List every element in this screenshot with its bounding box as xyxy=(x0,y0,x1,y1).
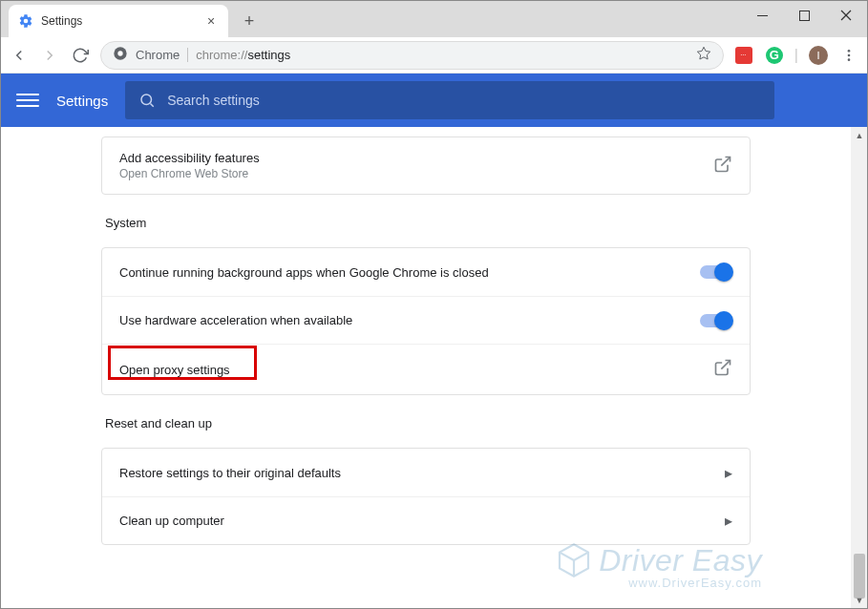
svg-point-5 xyxy=(117,51,122,55)
omnibox-url: chrome://settings xyxy=(196,48,688,62)
reset-section-title: Reset and clean up xyxy=(105,416,747,430)
new-tab-button[interactable]: + xyxy=(236,8,263,34)
proxy-settings-row[interactable]: Open proxy settings xyxy=(102,344,750,394)
tab-title: Settings xyxy=(41,14,196,28)
star-icon[interactable] xyxy=(696,46,711,65)
hardware-accel-toggle[interactable] xyxy=(700,314,732,327)
restore-defaults-row[interactable]: Restore settings to their original defau… xyxy=(102,449,750,496)
menu-button[interactable] xyxy=(838,45,859,66)
chrome-icon xyxy=(113,46,128,65)
settings-search[interactable] xyxy=(125,81,774,119)
scrollbar[interactable]: ▲ ▼ xyxy=(851,127,867,608)
back-button[interactable] xyxy=(9,45,30,66)
reset-card: Restore settings to their original defau… xyxy=(101,448,751,545)
browser-toolbar: Chrome chrome://settings ••• G | I xyxy=(1,37,867,74)
external-link-icon xyxy=(713,155,732,178)
background-apps-row[interactable]: Continue running background apps when Go… xyxy=(102,248,750,296)
hamburger-menu-icon[interactable] xyxy=(16,94,39,107)
svg-line-12 xyxy=(721,157,730,165)
accessibility-card: Add accessibility features Open Chrome W… xyxy=(101,136,751,195)
window-titlebar: Settings × + xyxy=(1,1,867,37)
profile-avatar[interactable]: I xyxy=(808,45,829,66)
browser-tab[interactable]: Settings × xyxy=(9,5,228,37)
svg-point-10 xyxy=(141,94,152,105)
maximize-button[interactable] xyxy=(783,1,825,30)
chevron-right-icon: ▸ xyxy=(725,512,732,530)
svg-line-11 xyxy=(151,103,154,106)
close-window-button[interactable] xyxy=(825,1,867,30)
external-link-icon xyxy=(713,358,732,381)
minimize-button[interactable] xyxy=(741,1,783,30)
svg-point-9 xyxy=(848,58,851,61)
forward-button[interactable] xyxy=(39,45,60,66)
reload-button[interactable] xyxy=(70,45,91,66)
system-card: Continue running background apps when Go… xyxy=(101,247,751,395)
settings-title: Settings xyxy=(56,93,108,109)
svg-rect-1 xyxy=(799,10,809,20)
settings-search-input[interactable] xyxy=(167,93,761,108)
accessibility-subtitle: Open Chrome Web Store xyxy=(119,167,713,180)
cleanup-computer-row[interactable]: Clean up computer ▸ xyxy=(102,496,750,544)
svg-rect-0 xyxy=(757,15,768,16)
scroll-up-arrow[interactable]: ▲ xyxy=(852,127,867,143)
system-section-title: System xyxy=(105,216,747,230)
settings-main: Add accessibility features Open Chrome W… xyxy=(1,127,851,608)
extension-lastpass-icon[interactable]: ••• xyxy=(733,45,754,66)
extension-grammarly-icon[interactable]: G xyxy=(764,45,785,66)
scroll-down-arrow[interactable]: ▼ xyxy=(852,592,867,608)
settings-header: Settings xyxy=(1,74,867,127)
background-apps-toggle[interactable] xyxy=(700,265,732,279)
svg-line-13 xyxy=(721,361,730,369)
svg-point-7 xyxy=(848,50,851,52)
svg-marker-6 xyxy=(697,47,709,59)
svg-point-8 xyxy=(848,53,851,56)
search-icon xyxy=(138,92,156,109)
omnibox-prefix: Chrome xyxy=(136,48,188,62)
add-accessibility-row[interactable]: Add accessibility features Open Chrome W… xyxy=(102,137,750,194)
hardware-accel-row[interactable]: Use hardware acceleration when available xyxy=(102,296,750,344)
gear-icon xyxy=(18,13,33,29)
chevron-right-icon: ▸ xyxy=(725,464,732,482)
address-bar[interactable]: Chrome chrome://settings xyxy=(100,41,724,70)
accessibility-title: Add accessibility features xyxy=(119,151,713,165)
close-icon[interactable]: × xyxy=(203,13,219,29)
